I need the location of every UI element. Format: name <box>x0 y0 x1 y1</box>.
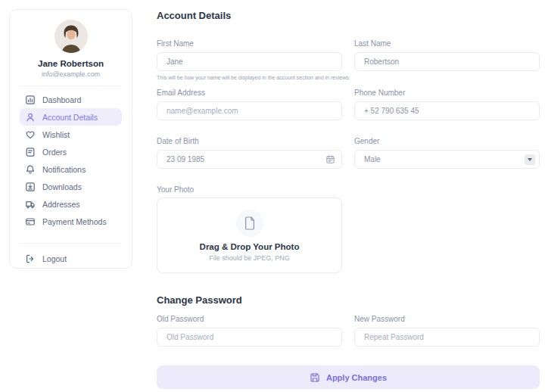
dashboard-icon <box>25 95 36 105</box>
apply-changes-label: Apply Changes <box>326 373 387 382</box>
photo-dropzone[interactable]: Drag & Drop Your Photo File should be JP… <box>157 198 342 273</box>
user-icon <box>25 112 36 123</box>
first-name-input[interactable] <box>157 52 342 71</box>
sidebar-item-label: Addresses <box>42 200 80 209</box>
logout-label: Logout <box>42 254 67 263</box>
sidebar-item-downloads[interactable]: Downloads <box>20 178 122 195</box>
gender-field-group: Gender <box>354 137 540 169</box>
download-icon <box>25 182 36 192</box>
sidebar-item-orders[interactable]: Orders <box>20 143 122 160</box>
page-title: Account Details <box>157 10 540 21</box>
sidebar-item-label: Notifications <box>42 165 86 174</box>
sidebar-item-label: Account Details <box>42 113 98 122</box>
sidebar-item-wishlist[interactable]: Wishlist <box>20 126 122 143</box>
dob-gender-row: Date of Birth Gender <box>157 137 540 169</box>
first-name-label: First Name <box>157 39 342 48</box>
logout-icon <box>25 254 36 264</box>
avatar-illustration <box>54 20 88 53</box>
sidebar-divider-bottom <box>20 243 122 244</box>
apply-changes-button[interactable]: Apply Changes <box>157 366 540 389</box>
old-password-label: Old Password <box>157 315 342 324</box>
user-name: Jane Robertson <box>10 59 132 68</box>
sidebar-item-label: Payment Methods <box>42 217 107 226</box>
save-icon <box>310 372 320 383</box>
file-icon <box>243 216 257 231</box>
gender-label: Gender <box>354 137 540 146</box>
calendar-icon[interactable] <box>325 154 335 165</box>
contact-row: Email Address Phone Number <box>157 89 540 120</box>
new-password-input[interactable] <box>354 328 540 347</box>
sidebar-item-notifications[interactable]: Notifications <box>20 160 122 178</box>
dob-input[interactable] <box>157 150 342 169</box>
dropzone-title: Drag & Drop Your Photo <box>200 242 300 251</box>
sidebar-item-label: Orders <box>42 148 67 157</box>
heart-icon <box>25 129 36 140</box>
first-name-helper: This will be how your name will be displ… <box>157 75 342 81</box>
sidebar-item-addresses[interactable]: Addresses <box>20 195 122 213</box>
bell-icon <box>25 164 36 175</box>
orders-icon <box>25 147 36 157</box>
email-field-group: Email Address <box>157 89 342 120</box>
email-label: Email Address <box>157 89 342 98</box>
email-input[interactable] <box>157 101 342 120</box>
phone-field-group: Phone Number <box>354 89 540 120</box>
sidebar-item-label: Dashboard <box>42 95 81 104</box>
chevron-down-icon[interactable] <box>525 154 535 165</box>
last-name-label: Last Name <box>354 39 540 48</box>
old-password-input[interactable] <box>157 328 342 347</box>
logout-button[interactable]: Logout <box>20 250 122 267</box>
old-password-field-group: Old Password <box>157 315 342 347</box>
sidebar-item-account-details[interactable]: Account Details <box>20 108 122 126</box>
first-name-field-group: First Name This will be how your name wi… <box>157 39 342 81</box>
sidebar: Jane Robertson info@example.com Dashboar… <box>9 9 132 269</box>
gender-select[interactable] <box>354 150 540 169</box>
new-password-label: New Password <box>354 315 540 324</box>
user-email: info@example.com <box>10 70 132 78</box>
last-name-field-group: Last Name <box>354 39 540 71</box>
sidebar-item-label: Wishlist <box>42 130 70 139</box>
dropzone-subtitle: File should be JPEG, PNG <box>209 254 290 262</box>
sidebar-item-label: Downloads <box>42 182 82 191</box>
photo-label: Your Photo <box>157 185 540 194</box>
dob-field-group: Date of Birth <box>157 137 342 169</box>
password-row: Old Password New Password <box>157 315 540 347</box>
account-details-panel: Account Details First Name This will be … <box>157 0 540 389</box>
sidebar-menu: Dashboard Account Details Wishlist Order… <box>10 91 132 230</box>
phone-label: Phone Number <box>354 89 540 98</box>
new-password-field-group: New Password <box>354 315 540 347</box>
sidebar-divider-top <box>20 86 122 86</box>
sidebar-item-payment-methods[interactable]: Payment Methods <box>20 213 122 230</box>
phone-input[interactable] <box>354 101 540 120</box>
name-row: First Name This will be how your name wi… <box>157 39 540 81</box>
file-icon-circle <box>236 210 263 237</box>
dob-label: Date of Birth <box>157 137 342 146</box>
profile-summary: Jane Robertson info@example.com <box>10 10 132 78</box>
last-name-input[interactable] <box>354 52 540 71</box>
avatar <box>54 20 88 53</box>
credit-card-icon <box>25 216 36 227</box>
truck-icon <box>25 199 36 210</box>
change-password-title: Change Password <box>157 294 540 306</box>
sidebar-footer: Logout <box>10 250 132 267</box>
sidebar-item-dashboard[interactable]: Dashboard <box>20 91 122 108</box>
